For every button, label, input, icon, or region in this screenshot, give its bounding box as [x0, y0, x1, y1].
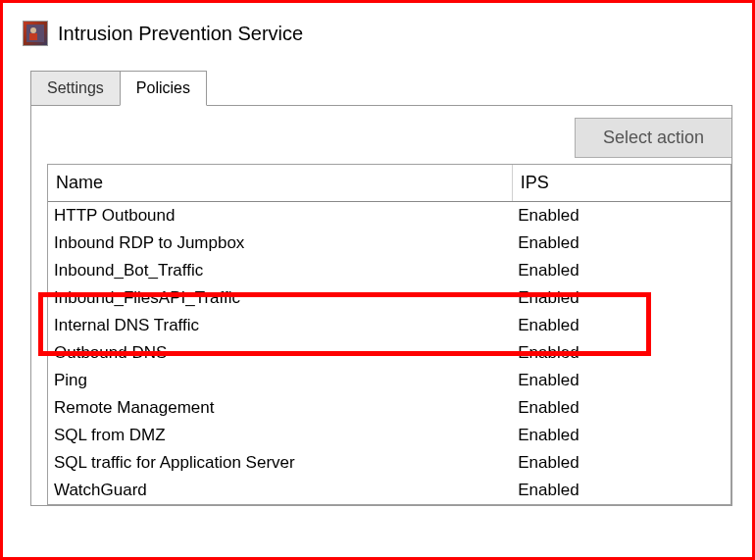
cell-name: Internal DNS Traffic — [48, 312, 512, 339]
table-row[interactable]: WatchGuardEnabled — [48, 477, 730, 504]
title-bar: Intrusion Prevention Service — [23, 21, 732, 46]
table-row[interactable]: Outbound DNSEnabled — [48, 339, 730, 367]
app-icon — [23, 21, 48, 46]
table-row[interactable]: Inbound_Bot_TrafficEnabled — [48, 257, 730, 284]
select-action-button[interactable]: Select action — [575, 118, 731, 158]
cell-name: HTTP Outbound — [48, 202, 512, 229]
cell-name: SQL traffic for Application Server — [48, 449, 512, 477]
page-title: Intrusion Prevention Service — [58, 23, 303, 45]
table-row[interactable]: SQL from DMZEnabled — [48, 422, 730, 449]
action-bar: Select action — [31, 118, 731, 158]
table-row[interactable]: Remote ManagementEnabled — [48, 394, 730, 422]
cell-ips: Enabled — [512, 339, 730, 367]
svg-rect-2 — [29, 33, 37, 40]
cell-name: Inbound_FilesAPI_Traffic — [48, 284, 512, 312]
table-row[interactable]: HTTP OutboundEnabled — [48, 202, 730, 229]
table-row[interactable]: Inbound_FilesAPI_TrafficEnabled — [48, 284, 730, 312]
cell-ips: Enabled — [512, 229, 730, 257]
cell-ips: Enabled — [512, 284, 730, 312]
tab-content-policies: Select action Name IPS HTTP OutboundEnab… — [30, 105, 732, 506]
cell-name: Inbound RDP to Jumpbox — [48, 229, 512, 257]
table-row[interactable]: Inbound RDP to JumpboxEnabled — [48, 229, 730, 257]
cell-name: Remote Management — [48, 394, 512, 422]
tab-settings[interactable]: Settings — [30, 71, 121, 105]
svg-point-1 — [30, 27, 36, 33]
cell-name: Ping — [48, 367, 512, 394]
tabs: Settings Policies — [30, 68, 732, 105]
table-header-ips[interactable]: IPS — [512, 165, 730, 202]
cell-ips: Enabled — [512, 477, 730, 504]
tab-policies[interactable]: Policies — [120, 71, 207, 106]
cell-ips: Enabled — [512, 257, 730, 284]
cell-ips: Enabled — [512, 202, 730, 229]
policies-table: Name IPS HTTP OutboundEnabledInbound RDP… — [48, 165, 730, 504]
cell-name: Inbound_Bot_Traffic — [48, 257, 512, 284]
tabs-container: Settings Policies Select action Name IPS… — [30, 68, 732, 506]
cell-ips: Enabled — [512, 449, 730, 477]
cell-name: WatchGuard — [48, 477, 512, 504]
cell-name: SQL from DMZ — [48, 422, 512, 449]
window: Intrusion Prevention Service Settings Po… — [3, 3, 752, 557]
cell-ips: Enabled — [512, 394, 730, 422]
cell-name: Outbound DNS — [48, 339, 512, 367]
table-header-name[interactable]: Name — [48, 165, 512, 202]
cell-ips: Enabled — [512, 312, 730, 339]
policies-table-container: Name IPS HTTP OutboundEnabledInbound RDP… — [47, 164, 731, 505]
table-row[interactable]: Internal DNS TrafficEnabled — [48, 312, 730, 339]
table-row[interactable]: PingEnabled — [48, 367, 730, 394]
cell-ips: Enabled — [512, 367, 730, 394]
table-row[interactable]: SQL traffic for Application ServerEnable… — [48, 449, 730, 477]
cell-ips: Enabled — [512, 422, 730, 449]
